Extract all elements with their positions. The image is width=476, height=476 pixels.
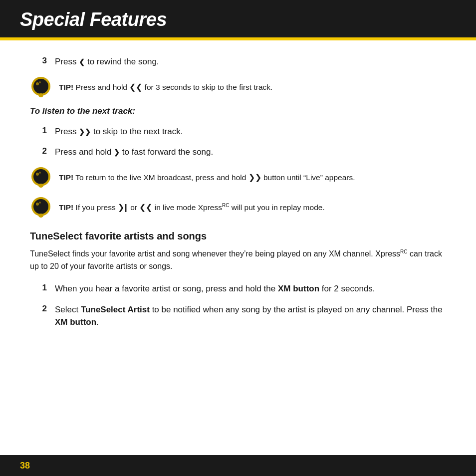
step-1-next-text: Press ❯❯ to skip to the next track.	[55, 125, 446, 138]
svg-point-4	[38, 93, 43, 97]
ff-symbol: ❯❯	[79, 128, 91, 136]
step-1-tune-text: When you hear a favorite artist or song,…	[55, 282, 446, 295]
step-2-tune-text: Select TuneSelect Artist to be notified …	[55, 303, 446, 329]
step-2-ff-text: Press and hold ❯ to fast forward the son…	[55, 146, 446, 159]
page-header: Special Features	[0, 0, 476, 37]
xm-button-bold-1: XM button	[278, 284, 319, 293]
svg-point-7	[36, 173, 39, 176]
svg-point-1	[33, 79, 48, 94]
svg-point-11	[33, 199, 48, 214]
step-2-tune: 2 Select TuneSelect Artist to be notifie…	[30, 303, 446, 329]
page-number: 38	[20, 461, 30, 471]
step-2-ff: 2 Press and hold ❯ to fast forward the s…	[30, 146, 446, 159]
step-3-rewind: 3 Press ❮ to rewind the song.	[30, 55, 446, 68]
tip-3-text: TIP! If you press ❯‖ or ❮❮ in live mode …	[59, 197, 446, 213]
svg-point-13	[39, 202, 41, 204]
page-footer: 38	[0, 455, 476, 476]
tip-2-icon	[30, 167, 52, 189]
tip-3-label: TIP!	[59, 203, 73, 212]
step-1-tune: 1 When you hear a favorite artist or son…	[30, 282, 446, 295]
tip-1-label: TIP!	[59, 83, 73, 91]
next-track-heading: To listen to the next track:	[30, 106, 446, 116]
tuneselect-para: TuneSelect finds your favorite artist an…	[30, 248, 446, 273]
svg-point-3	[39, 81, 41, 83]
svg-point-12	[36, 203, 39, 206]
svg-point-2	[36, 82, 39, 85]
svg-point-9	[38, 184, 43, 188]
step-number-3: 3	[30, 55, 55, 66]
tip-1-text: TIP! Press and hold ❮❮ for 3 seconds to …	[59, 76, 446, 93]
svg-point-14	[38, 214, 43, 218]
tip-1-row: TIP! Press and hold ❮❮ for 3 seconds to …	[30, 76, 446, 98]
step-number-2b: 2	[30, 303, 55, 314]
svg-point-6	[33, 169, 48, 184]
xm-button-bold-2: XM button	[55, 317, 96, 327]
page-title: Special Features	[20, 9, 456, 30]
tip-2-label: TIP!	[59, 173, 73, 182]
tip-1-icon	[30, 76, 52, 98]
step-1-next: 1 Press ❯❯ to skip to the next track.	[30, 125, 446, 138]
rewind-symbol: ❮	[79, 58, 85, 66]
step-number-1a: 1	[30, 125, 55, 136]
ff-hold-symbol: ❯	[114, 148, 120, 156]
tip-3-icon	[30, 197, 52, 219]
svg-point-8	[39, 172, 41, 174]
tip-2-text: TIP! To return to the live XM broadcast,…	[59, 167, 446, 183]
tuneselect-heading: TuneSelect favorite artists and songs	[30, 231, 446, 242]
tuneselect-artist-bold: TuneSelect Artist	[81, 305, 150, 314]
step-3-text: Press ❮ to rewind the song.	[55, 55, 446, 68]
tip-2-row: TIP! To return to the live XM broadcast,…	[30, 167, 446, 189]
tip-3-row: TIP! If you press ❯‖ or ❮❮ in live mode …	[30, 197, 446, 219]
step-number-1b: 1	[30, 282, 55, 293]
step-number-2a: 2	[30, 146, 55, 156]
main-content: 3 Press ❮ to rewind the song. TIP! Press…	[0, 40, 476, 347]
